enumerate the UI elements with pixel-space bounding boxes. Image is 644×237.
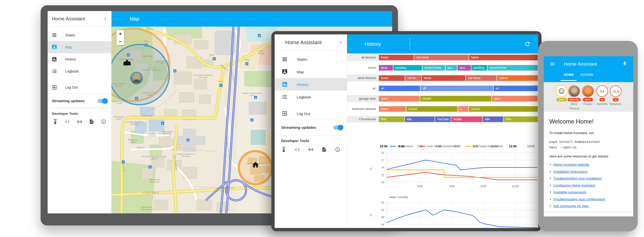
sidebar-gap — [275, 103, 347, 107]
state-segment[interactable]: off — [420, 86, 493, 91]
sidebar-item-history[interactable]: History — [275, 78, 347, 91]
sidebar-item-map[interactable]: Map — [275, 66, 347, 78]
state-segment[interactable]: home — [379, 55, 414, 60]
info-icon[interactable] — [101, 119, 106, 124]
resource-link[interactable]: Available components — [553, 190, 586, 194]
file-code-icon[interactable] — [321, 147, 327, 152]
zoom-out-button[interactable]: − — [117, 38, 124, 45]
state-segment[interactable]: on — [379, 86, 420, 91]
state-segment[interactable]: disar... — [379, 65, 393, 71]
state-segment[interactable]: pending — [471, 65, 487, 71]
file-code-icon[interactable] — [89, 119, 94, 124]
remote-icon[interactable] — [281, 147, 286, 152]
resource-link[interactable]: Home Assistant website — [553, 163, 589, 166]
resource-link[interactable]: Configuring Home Assistant — [553, 184, 595, 187]
state-segment[interactable]: open — [379, 96, 420, 101]
state-segment[interactable]: idle — [483, 116, 503, 122]
streaming-updates-toggle[interactable] — [98, 99, 107, 103]
state-segment[interactable]: armed home — [488, 65, 538, 71]
laptop-sidebar: Home Assistant States Map History Logboo… — [48, 11, 112, 213]
x-axis-tick: 4:00 — [449, 185, 454, 188]
state-segment[interactable]: idle — [405, 116, 435, 122]
state-segment[interactable]: disa... — [458, 65, 471, 71]
toggle-knob — [338, 125, 343, 130]
resource-link[interactable]: Troubleshooting your installation — [553, 176, 602, 180]
state-segment[interactable]: Plex — [504, 116, 538, 122]
menu-icon[interactable] — [550, 61, 555, 67]
state-segment[interactable]: open — [492, 96, 538, 101]
developer-tools-icons — [48, 117, 111, 126]
code-line: pip3 install homeassistant — [549, 139, 628, 145]
streaming-updates-toggle[interactable] — [333, 126, 343, 130]
refresh-button[interactable] — [524, 41, 531, 47]
state-segment[interactable]: home — [469, 55, 538, 60]
info-icon[interactable] — [335, 147, 340, 152]
code-tags-icon[interactable] — [295, 147, 300, 152]
tablet-app-header: History — [347, 34, 538, 53]
home-zone-circle — [239, 151, 272, 184]
chevron-left-icon[interactable] — [338, 40, 343, 45]
tab-rooms[interactable]: ROOMS — [581, 73, 593, 77]
sidebar-item-logbook[interactable]: Logbook — [48, 65, 111, 77]
sidebar-item-logbook[interactable]: Logbook — [275, 91, 347, 103]
chevron-left-icon[interactable] — [103, 16, 108, 21]
badge-anne-therese[interactable]: SCHOOL Anne Therese — [567, 85, 581, 110]
logout-icon — [52, 85, 57, 90]
sidebar-item-history[interactable]: History — [48, 53, 111, 65]
resource-link-item: Configuring Home Assistant — [549, 184, 628, 187]
resource-link[interactable]: Ask community for help — [553, 204, 588, 208]
state-segment[interactable]: pending — [393, 65, 422, 71]
badge-demo[interactable]: DEMO — [555, 85, 568, 101]
access-point-icon[interactable] — [308, 147, 313, 152]
parking-icon: P — [161, 122, 164, 125]
resource-link[interactable]: Troubleshooting your configuration — [553, 197, 605, 201]
tab-home[interactable]: HOME — [564, 73, 574, 77]
state-segment[interactable]: armed home — [422, 65, 445, 71]
state-segment[interactable]: Netflix — [451, 116, 482, 122]
microphone-icon[interactable] — [622, 61, 627, 66]
state-segment[interactable]: closed — [469, 106, 538, 112]
laptop-app-header: Map — [112, 11, 392, 27]
state-segment[interactable]: not ho... — [405, 75, 421, 81]
state-segment[interactable]: Plex — [379, 116, 404, 122]
state-segment[interactable]: school — [497, 75, 538, 81]
state-segment[interactable]: closed — [406, 106, 458, 112]
map-label: P503 — [144, 40, 149, 43]
sidebar-item-log-out[interactable]: Log Out — [48, 81, 111, 93]
map-label: P401 — [218, 80, 223, 83]
parking-icon: P — [135, 97, 138, 100]
sidebar-item-log-out[interactable]: Log Out — [275, 107, 347, 120]
badge-humidity[interactable]: 54 % Humidity — [595, 85, 609, 106]
sidebar-item-map[interactable]: Map — [48, 41, 111, 53]
badge-name: Anne Therese — [569, 102, 579, 110]
state-segment[interactable]: on — [494, 86, 538, 91]
y-axis-tick: 27 — [377, 159, 384, 162]
remote-icon[interactable] — [53, 119, 58, 124]
x-axis-tick: 0:00 — [417, 185, 423, 188]
state-segment[interactable]: not home — [466, 75, 496, 81]
state-segment[interactable]: not home — [414, 55, 469, 60]
apps-icon — [282, 56, 288, 62]
state-segment[interactable]: home — [379, 75, 405, 81]
access-point-icon[interactable] — [77, 119, 82, 124]
parking-icon: P — [213, 57, 216, 60]
badge-name: Paulus — [583, 102, 592, 105]
sidebar-item-states[interactable]: States — [275, 53, 347, 66]
resource-link[interactable]: Installation instructions — [553, 170, 588, 173]
state-segment[interactable]: home — [422, 75, 465, 81]
badge-paulus[interactable]: AWAY Paulus — [581, 85, 595, 106]
badge-temperat-[interactable]: 15.6 °C Temperat... — [609, 85, 622, 106]
state-segment[interactable]: pen... — [446, 65, 457, 71]
state-segment[interactable]: closed — [420, 96, 491, 101]
history-row: aconoffon — [347, 85, 538, 92]
state-segment[interactable]: o.. — [458, 106, 468, 112]
person-avatar-marker[interactable] — [131, 72, 143, 84]
resource-link-item: Available components — [549, 190, 628, 194]
active-tab-underline — [561, 80, 576, 81]
sidebar-item-states[interactable]: States — [48, 29, 111, 41]
zoom-in-button[interactable]: + — [117, 30, 124, 38]
state-segment[interactable]: open — [379, 106, 406, 112]
state-segment[interactable]: YouTube — [435, 116, 451, 122]
sidebar-item-label: Logbook — [297, 95, 311, 99]
code-tags-icon[interactable] — [65, 119, 70, 124]
